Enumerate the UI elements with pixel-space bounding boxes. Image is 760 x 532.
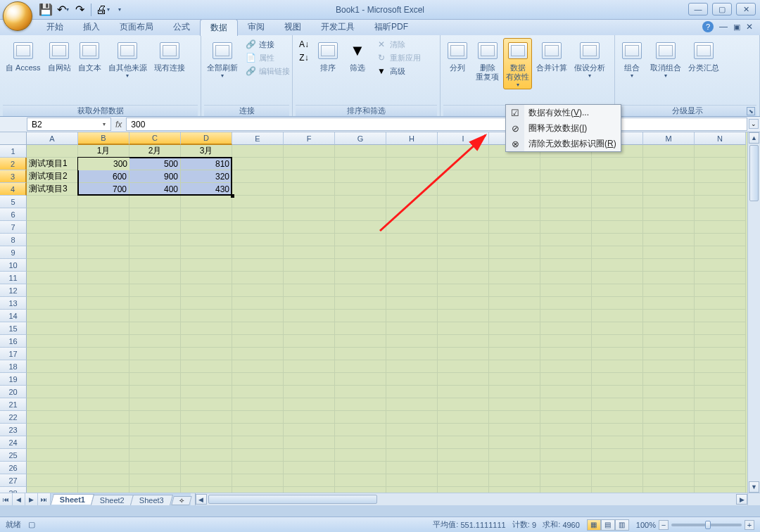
cell[interactable] [489,424,540,436]
ungroup-button[interactable]: 取消组合▾ [647,38,684,80]
row-header[interactable]: 3 [0,170,27,183]
cell[interactable] [592,322,643,335]
select-all-corner[interactable] [0,132,27,145]
cell[interactable] [438,411,489,424]
cell[interactable] [232,424,284,436]
cell[interactable] [129,284,181,297]
cell[interactable] [540,462,592,474]
cell[interactable] [592,386,643,398]
cell[interactable] [284,360,335,373]
sort-az-button[interactable]: A↓ [296,38,312,51]
row-header[interactable]: 4 [0,183,27,196]
cell[interactable] [129,348,181,360]
cell[interactable] [129,373,181,386]
mdi-restore-icon[interactable]: ▣ [733,23,740,32]
cell[interactable] [540,183,592,196]
cell[interactable] [27,462,78,474]
cell[interactable] [232,487,284,493]
cell[interactable] [78,411,129,424]
row-header[interactable]: 2 [0,158,27,170]
cell[interactable] [643,386,695,398]
cell[interactable] [540,259,592,272]
cell[interactable] [643,360,695,373]
cell[interactable] [232,462,284,474]
cell[interactable] [78,436,129,449]
menu-data-validation[interactable]: ☑ 数据有效性(V)... [506,105,621,120]
cell[interactable] [438,208,489,221]
cell[interactable] [489,386,540,398]
cell[interactable] [540,297,592,310]
cell[interactable] [27,398,78,411]
cell[interactable] [78,360,129,373]
cell[interactable] [27,411,78,424]
cell[interactable] [129,272,181,284]
cell[interactable] [695,474,746,487]
cell[interactable] [438,234,489,246]
cell[interactable]: 2月 [129,145,181,158]
cell[interactable] [129,411,181,424]
cell[interactable] [489,487,540,493]
cell[interactable] [232,158,284,170]
cell[interactable] [386,221,438,234]
chevron-down-icon[interactable]: ▾ [99,118,109,130]
cell[interactable] [489,335,540,348]
cell[interactable] [181,196,232,208]
cell[interactable] [284,348,335,360]
cell[interactable] [78,297,129,310]
cell[interactable] [232,234,284,246]
zoom-out-button[interactable]: − [659,520,669,530]
cell[interactable] [643,335,695,348]
sheet-prev-button[interactable]: ◀ [13,493,25,505]
cell[interactable] [232,398,284,411]
cell[interactable] [284,373,335,386]
column-header[interactable]: D [181,132,232,145]
qat-save[interactable]: 💾 [38,2,53,18]
cell[interactable] [489,272,540,284]
cell[interactable] [438,145,489,158]
cell[interactable] [129,259,181,272]
row-header[interactable]: 21 [0,398,27,411]
cell[interactable] [27,373,78,386]
new-sheet-button[interactable]: ✧ [171,496,191,505]
cell[interactable] [592,474,643,487]
cell[interactable] [489,170,540,183]
cell[interactable] [284,284,335,297]
cell[interactable] [232,335,284,348]
help-icon[interactable]: ? [702,21,714,32]
cell[interactable] [643,348,695,360]
cell[interactable] [540,170,592,183]
cell[interactable] [129,424,181,436]
tab-developer[interactable]: 开发工具 [311,19,365,35]
cell[interactable] [489,284,540,297]
cell[interactable] [438,386,489,398]
text-to-columns-button[interactable]: 分列 [443,38,471,74]
cell[interactable] [232,196,284,208]
cell[interactable] [284,386,335,398]
cell[interactable] [232,170,284,183]
cell[interactable] [695,221,746,234]
row-header[interactable]: 20 [0,386,27,398]
cell[interactable] [643,284,695,297]
cell[interactable] [335,272,386,284]
dialog-launcher[interactable]: ⬊ [747,107,755,115]
cell[interactable] [181,436,232,449]
cell[interactable] [438,284,489,297]
view-normal-button[interactable]: ▦ [587,519,601,531]
cell[interactable] [540,360,592,373]
row-header[interactable]: 15 [0,322,27,335]
cell[interactable] [386,360,438,373]
cell[interactable] [592,449,643,462]
tab-formulas[interactable]: 公式 [163,19,200,35]
cell[interactable]: 3月 [181,145,232,158]
cell[interactable] [181,411,232,424]
cell[interactable] [643,373,695,386]
scrollbar-thumb[interactable] [749,145,759,201]
cell[interactable] [232,183,284,196]
cell[interactable] [129,462,181,474]
cell[interactable] [386,234,438,246]
cell[interactable]: 900 [129,170,181,183]
cell[interactable] [181,310,232,322]
cell[interactable] [284,196,335,208]
cell[interactable] [335,348,386,360]
cell[interactable] [284,272,335,284]
